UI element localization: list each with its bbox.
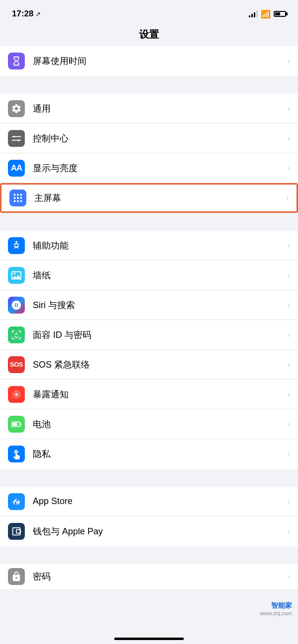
siri-icon — [8, 297, 25, 314]
sos-text: SOS — [10, 361, 23, 368]
settings-row-general[interactable]: 通用 › — [0, 94, 298, 124]
privacy-chevron: › — [288, 450, 290, 458]
wallet-chevron: › — [288, 527, 290, 536]
settings-row-battery[interactable]: 电池 › — [0, 409, 298, 439]
svg-point-23 — [18, 531, 19, 532]
privacy-label: 隐私 — [33, 448, 288, 460]
home-screen-label: 主屏幕 — [34, 192, 286, 204]
face-id-chevron: › — [288, 330, 290, 339]
general-label: 通用 — [33, 103, 288, 115]
hand-svg — [11, 449, 22, 459]
svg-point-0 — [13, 135, 15, 137]
settings-row-wallpaper[interactable]: 墙纸 › — [0, 260, 298, 290]
status-time: 17:28 — [12, 9, 33, 19]
hourglass-svg — [11, 56, 22, 66]
settings-row-privacy[interactable]: 隐私 › — [0, 439, 298, 469]
battery-icon — [8, 416, 25, 433]
general-chevron: › — [288, 104, 290, 113]
wallpaper-chevron: › — [288, 271, 290, 280]
appstore-label: App Store — [33, 496, 288, 507]
wifi-icon: 📶 — [261, 9, 271, 19]
settings-row-appstore[interactable]: App Store › — [0, 487, 298, 516]
accessibility-svg — [11, 240, 22, 251]
gear-svg — [11, 103, 22, 114]
wallet-label: 钱包与 Apple Pay — [33, 525, 288, 537]
svg-rect-11 — [20, 197, 22, 199]
sos-icon: SOS — [8, 356, 25, 373]
control-center-label: 控制中心 — [33, 132, 288, 144]
exposure-chevron: › — [288, 390, 290, 399]
privacy-icon — [8, 446, 25, 462]
screen-time-label: 屏幕使用时间 — [33, 55, 288, 67]
svg-rect-8 — [20, 194, 22, 196]
grid-svg — [12, 193, 23, 203]
settings-row-sos[interactable]: SOS SOS 紧急联络 › — [0, 350, 298, 380]
home-screen-icon — [9, 190, 26, 206]
password-svg — [11, 571, 22, 582]
appstore-svg — [11, 496, 22, 507]
svg-rect-14 — [20, 200, 22, 202]
svg-rect-13 — [17, 200, 19, 202]
exposure-svg — [11, 389, 22, 400]
settings-group-password: 密码 › — [0, 564, 298, 589]
exposure-label: 暴露通知 — [33, 388, 288, 400]
svg-rect-6 — [14, 194, 16, 196]
group-gap-4 — [0, 546, 298, 564]
settings-row-wallet[interactable]: 钱包与 Apple Pay › — [0, 516, 298, 546]
battery-svg — [11, 419, 22, 430]
settings-row-screentime[interactable]: 屏幕使用时间 › — [0, 46, 298, 76]
general-icon — [8, 100, 25, 117]
settings-row-accessibility[interactable]: 辅助功能 › — [0, 231, 298, 260]
battery-label: 电池 — [33, 418, 288, 430]
settings-row-face-id[interactable]: 面容 ID 与密码 › — [0, 320, 298, 350]
settings-row-control-center[interactable]: 控制中心 › — [0, 124, 298, 153]
sos-label: SOS 紧急联络 — [33, 359, 288, 371]
sos-chevron: › — [288, 360, 290, 369]
settings-row-password[interactable]: 密码 › — [0, 564, 298, 589]
wallpaper-icon — [8, 267, 25, 284]
battery-chevron: › — [288, 420, 290, 429]
accessibility-label: 辅助功能 — [33, 240, 288, 252]
settings-row-home-screen[interactable]: 主屏幕 › — [0, 183, 298, 213]
svg-rect-9 — [14, 197, 16, 199]
appstore-icon — [8, 493, 25, 510]
siri-chevron: › — [288, 301, 290, 310]
svg-rect-22 — [13, 423, 17, 426]
settings-row-siri[interactable]: Siri 与搜索 › — [0, 290, 298, 320]
svg-point-15 — [15, 241, 17, 243]
signal-icon — [249, 10, 258, 17]
password-chevron: › — [288, 572, 290, 581]
sliders-svg — [11, 133, 22, 144]
password-icon — [8, 568, 25, 585]
settings-row-display[interactable]: AA 显示与亮度 › — [0, 153, 298, 183]
home-indicator — [114, 638, 184, 640]
display-chevron: › — [288, 164, 290, 173]
control-center-chevron: › — [288, 134, 290, 143]
group-gap-2 — [0, 213, 298, 231]
svg-rect-7 — [17, 194, 19, 196]
battery-status-icon — [274, 11, 286, 17]
wallpaper-svg — [11, 270, 22, 281]
wallet-svg — [11, 526, 22, 537]
screen-time-chevron: › — [288, 57, 290, 65]
svg-point-16 — [14, 272, 16, 274]
location-arrow-icon: ↗ — [35, 10, 41, 18]
siri-svg — [11, 300, 22, 311]
svg-rect-12 — [14, 200, 16, 202]
settings-group-features: 辅助功能 › 墙纸 › Siri 与搜索 › — [0, 231, 298, 469]
screen-time-icon — [8, 53, 25, 69]
face-id-label: 面容 ID 与密码 — [33, 329, 288, 341]
watermark-url: www.znj.com — [260, 610, 292, 616]
display-label: 显示与亮度 — [33, 162, 288, 174]
face-id-svg — [11, 329, 22, 340]
page-title: 设置 — [0, 25, 298, 46]
settings-row-exposure[interactable]: 暴露通知 › — [0, 380, 298, 409]
svg-point-17 — [15, 393, 18, 396]
face-id-icon — [8, 326, 25, 343]
appstore-chevron: › — [288, 497, 290, 506]
accessibility-icon — [8, 237, 25, 254]
settings-group-store: App Store › 钱包与 Apple Pay › — [0, 487, 298, 546]
svg-rect-21 — [20, 423, 21, 425]
accessibility-chevron: › — [288, 241, 290, 250]
home-screen-chevron: › — [286, 193, 289, 202]
